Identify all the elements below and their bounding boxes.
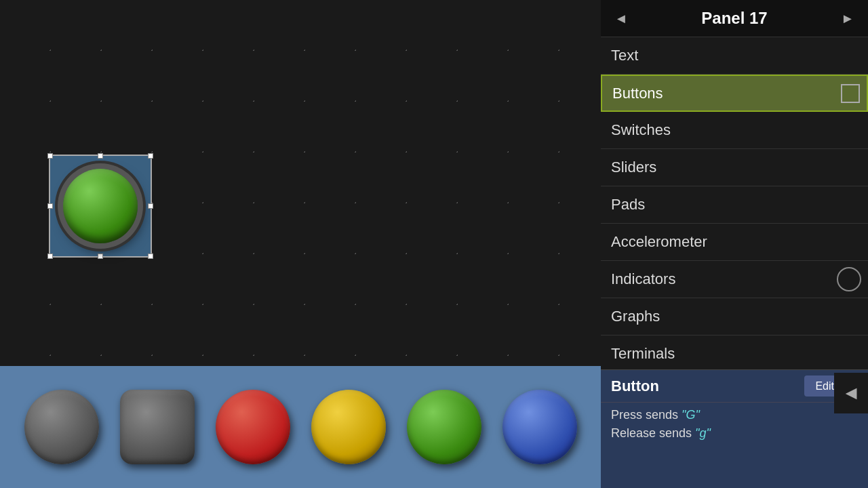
- info-header: Button Edit ✏: [601, 370, 868, 403]
- widget-list: Text Buttons Switches Sliders Pads Accel…: [601, 37, 868, 369]
- press-sends-label: Press sends: [611, 408, 678, 422]
- toolbar-red-circle-button[interactable]: [216, 390, 290, 464]
- grid-area[interactable]: [0, 0, 601, 366]
- widget-label-text: Text: [611, 47, 638, 64]
- blue-circle-icon: [502, 390, 577, 464]
- widget-item-pads[interactable]: Pads: [601, 186, 868, 224]
- widget-label-switches: Switches: [611, 121, 671, 139]
- press-sends-row: Press sends "G": [611, 408, 858, 422]
- toolbar-gray-square-button[interactable]: [120, 390, 195, 464]
- handle-tl[interactable]: [47, 153, 53, 159]
- handle-mr[interactable]: [148, 203, 153, 209]
- toolbar-yellow-circle-button[interactable]: [311, 390, 386, 464]
- widget-label-accelerometer: Accelerometer: [611, 233, 707, 251]
- widget-label-sliders: Sliders: [611, 159, 656, 176]
- widget-label-indicators: Indicators: [611, 270, 675, 288]
- handle-bl[interactable]: [47, 253, 53, 259]
- release-sends-label: Release sends: [611, 426, 692, 440]
- toolbar-green-circle-button[interactable]: [407, 390, 481, 464]
- release-sends-row: Release sends "g": [611, 426, 858, 441]
- prev-panel-button[interactable]: ◄: [608, 5, 635, 32]
- toolbar-gray-circle-button[interactable]: [24, 390, 99, 464]
- info-panel-title: Button: [611, 378, 659, 395]
- widget-label-graphs: Graphs: [611, 308, 660, 325]
- selected-button-container[interactable]: [49, 155, 152, 258]
- bottom-toolbar: [0, 366, 601, 488]
- panel-header: ◄ Panel 17 ►: [601, 0, 868, 37]
- indicators-circle-icon: [837, 267, 861, 291]
- canvas-area: [0, 0, 601, 488]
- info-panel: Button Edit ✏ Press sends "G" Release se…: [601, 369, 868, 488]
- handle-tm[interactable]: [98, 153, 103, 159]
- widget-label-buttons: Buttons: [612, 85, 663, 102]
- widget-item-graphs[interactable]: Graphs: [601, 298, 868, 336]
- edit-label: Edit: [815, 380, 834, 392]
- buttons-selected-checkbox: [841, 84, 860, 103]
- widget-item-accelerometer[interactable]: Accelerometer: [601, 224, 868, 261]
- gray-circle-icon: [24, 390, 99, 464]
- handle-bm[interactable]: [98, 253, 103, 259]
- panel-title: Panel 17: [701, 9, 767, 28]
- widget-label-terminals: Terminals: [611, 345, 675, 363]
- handle-br[interactable]: [148, 253, 153, 259]
- right-panel: ◄ Panel 17 ► Text Buttons Switches Slide…: [601, 0, 868, 488]
- widget-item-sliders[interactable]: Sliders: [601, 149, 868, 186]
- handle-ml[interactable]: [47, 203, 53, 209]
- back-icon: ◄: [842, 382, 861, 404]
- next-panel-button[interactable]: ►: [834, 5, 861, 32]
- red-circle-icon: [216, 390, 290, 464]
- widget-item-indicators[interactable]: Indicators: [601, 261, 868, 298]
- back-button[interactable]: ◄: [834, 373, 868, 413]
- gray-square-icon: [120, 390, 195, 464]
- widget-item-switches[interactable]: Switches: [601, 112, 868, 149]
- green-circle-icon: [407, 390, 481, 464]
- widget-label-pads: Pads: [611, 196, 645, 214]
- release-sends-value: "g": [695, 426, 711, 440]
- toolbar-blue-circle-button[interactable]: [502, 390, 577, 464]
- press-sends-value: "G": [682, 408, 700, 422]
- info-content: Press sends "G" Release sends "g": [601, 403, 868, 446]
- canvas-green-button[interactable]: [63, 169, 138, 243]
- handle-tr[interactable]: [148, 153, 153, 159]
- widget-item-terminals[interactable]: Terminals: [601, 336, 868, 369]
- yellow-circle-icon: [311, 390, 386, 464]
- widget-item-text[interactable]: Text: [601, 37, 868, 75]
- widget-item-buttons[interactable]: Buttons: [601, 75, 868, 112]
